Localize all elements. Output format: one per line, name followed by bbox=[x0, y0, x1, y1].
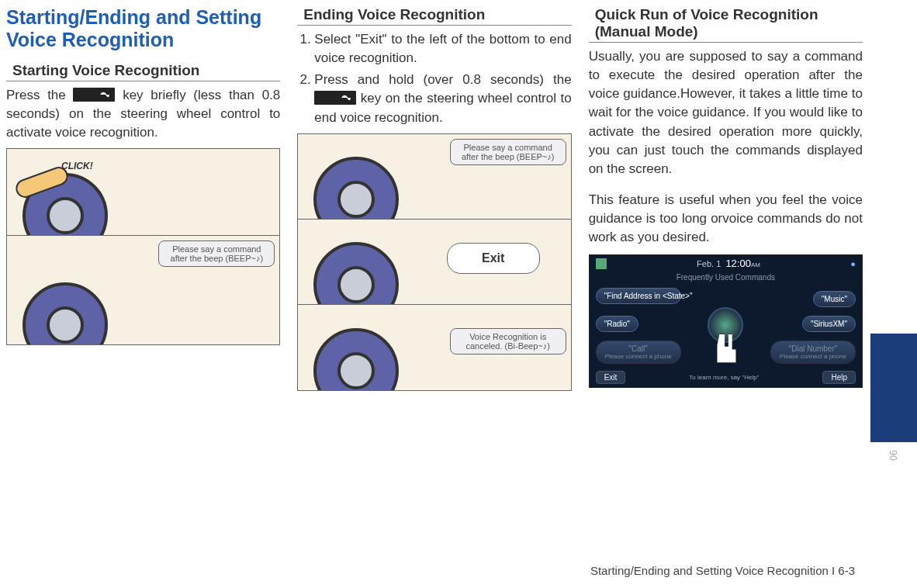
mic-center-icon bbox=[708, 307, 743, 343]
status-date: Feb. 1 bbox=[697, 259, 721, 268]
illus-panel-3: Voice Recognition is canceled. (Bi-Beep~… bbox=[298, 305, 570, 390]
column-2: Ending Voice Recognition Select "Exit" t… bbox=[297, 6, 571, 391]
cmd-call[interactable]: "Call" Please connect a phone bbox=[596, 341, 681, 364]
driver-graphic bbox=[306, 313, 422, 390]
illustration-ending: Please say a command after the beep (BEE… bbox=[297, 133, 571, 391]
cmd-call-label: "Call" bbox=[604, 344, 673, 353]
text-before-key: Press the bbox=[6, 88, 73, 102]
column-3: Quick Run of Voice Recognition (Manual M… bbox=[589, 6, 901, 391]
home-icon[interactable] bbox=[596, 258, 607, 269]
screen-subtitle: Frequently Used Commands bbox=[590, 273, 862, 282]
speech-bubble: Please say a command after the beep (BEE… bbox=[158, 240, 275, 267]
status-bar: Feb. 1 12:00AM ● bbox=[590, 255, 862, 272]
heading-starting: Starting Voice Recognition bbox=[6, 62, 280, 81]
page-content: Starting/Ending and Setting Voice Recogn… bbox=[0, 0, 917, 391]
illus-panel-1: CLICK! bbox=[7, 149, 279, 236]
driver-graphic bbox=[306, 141, 422, 219]
speech-bubble: Voice Recognition is canceled. (Bi-Beep~… bbox=[450, 328, 566, 355]
quickrun-para1: Usually, you are supposed to say a comma… bbox=[589, 47, 863, 178]
heading-ending: Ending Voice Recognition bbox=[297, 6, 571, 26]
cmd-radio[interactable]: "Radio" bbox=[596, 316, 638, 332]
cmd-dial[interactable]: "Dial Number" Please connect a phone bbox=[770, 341, 856, 364]
status-time: 12:00 bbox=[725, 258, 751, 269]
page-footer: Starting/Ending and Setting Voice Recogn… bbox=[0, 564, 855, 577]
chapter-accent bbox=[870, 334, 917, 442]
voice-key-icon bbox=[314, 91, 356, 105]
driver-graphic bbox=[306, 227, 422, 304]
driver-graphic: CLICK! bbox=[15, 157, 131, 235]
heading-quickrun: Quick Run of Voice Recognition (Manual M… bbox=[589, 6, 863, 43]
speech-bubble: Please say a command after the beep (BEE… bbox=[450, 139, 566, 165]
command-grid: "Find Address in <State>" "Music" "Radio… bbox=[590, 285, 862, 365]
driver-graphic bbox=[15, 267, 131, 344]
ending-steps: Select "Exit" to the left of the bottom … bbox=[297, 30, 571, 127]
exit-button[interactable]: Exit bbox=[596, 371, 626, 384]
illus-panel-2: Please say a command after the beep (BEE… bbox=[7, 236, 279, 344]
cmd-call-sub: Please connect a phone bbox=[604, 353, 673, 360]
page-title: Starting/Ending and Setting Voice Recogn… bbox=[6, 6, 280, 51]
cmd-music[interactable]: "Music" bbox=[813, 291, 856, 307]
help-hint: To learn more, say "Help" bbox=[689, 374, 759, 381]
cmd-dial-label: "Dial Number" bbox=[779, 344, 847, 353]
help-button[interactable]: Help bbox=[822, 371, 856, 384]
cmd-siriusxm[interactable]: "SiriusXM" bbox=[802, 316, 856, 332]
step-1: Select "Exit" to the left of the bottom … bbox=[314, 30, 571, 67]
side-tab: 06 bbox=[870, 0, 917, 588]
click-label: CLICK! bbox=[61, 161, 93, 171]
exit-bubble: Exit bbox=[447, 243, 540, 274]
step2-before: Press and hold (over 0.8 seconds) the bbox=[314, 72, 571, 87]
cmd-dial-sub: Please connect a phone bbox=[779, 353, 847, 360]
status-ampm: AM bbox=[751, 261, 760, 268]
illus-panel-1: Please say a command after the beep (BEE… bbox=[298, 134, 570, 220]
cmd-find-address[interactable]: "Find Address in <State>" bbox=[596, 288, 681, 304]
illustration-starting: CLICK! Please say a command after the be… bbox=[6, 148, 280, 345]
infotainment-screenshot: Feb. 1 12:00AM ● Frequently Used Command… bbox=[589, 254, 863, 388]
voice-key-icon bbox=[73, 88, 115, 102]
screen-bottom-bar: Exit To learn more, say "Help" Help bbox=[590, 371, 862, 384]
chapter-number: 06 bbox=[888, 432, 899, 479]
illus-panel-2: Exit bbox=[298, 220, 570, 305]
quickrun-para2: This feature is useful when you feel the… bbox=[589, 191, 863, 247]
starting-body: Press the key briefly (less than 0.8 sec… bbox=[6, 86, 280, 142]
column-1: Starting/Ending and Setting Voice Recogn… bbox=[6, 6, 280, 391]
step-2: Press and hold (over 0.8 seconds) the ke… bbox=[314, 71, 571, 126]
mic-icon: ● bbox=[850, 259, 856, 268]
